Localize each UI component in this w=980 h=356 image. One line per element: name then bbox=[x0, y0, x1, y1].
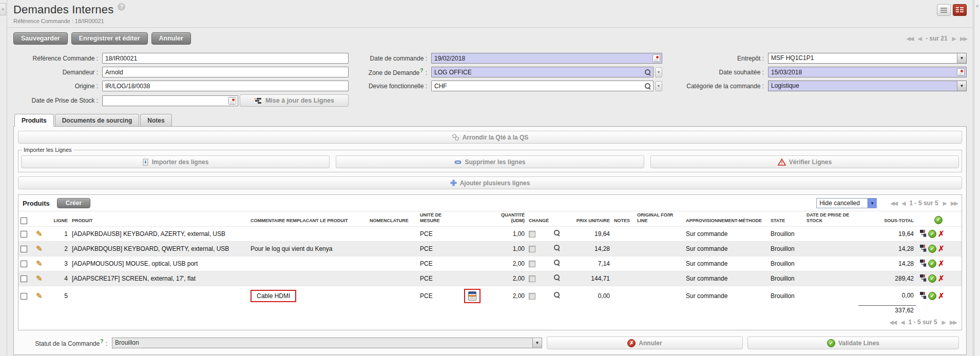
reference-field[interactable]: 18/IR00021 bbox=[102, 53, 349, 64]
split-line-icon[interactable] bbox=[919, 244, 927, 253]
search-icon[interactable] bbox=[553, 259, 561, 266]
split-line-icon[interactable] bbox=[919, 259, 927, 268]
split-line-icon[interactable] bbox=[919, 229, 927, 239]
product-cell[interactable]: [ADAPKBDQUSB] KEYBOARD, QWERTY, external… bbox=[70, 241, 248, 256]
save-button[interactable]: Sauvegarder bbox=[13, 32, 68, 45]
help-icon[interactable]: ? bbox=[118, 3, 125, 11]
search-icon[interactable] bbox=[644, 83, 651, 90]
order-date-field[interactable]: 19/02/2018 bbox=[431, 53, 662, 64]
check-lines-button[interactable]: Vérifier Lignes bbox=[650, 155, 959, 168]
right-panel-expander-icon[interactable]: « bbox=[974, 3, 980, 9]
search-icon[interactable] bbox=[553, 274, 561, 281]
unit-price-cell[interactable]: 7,14 bbox=[571, 256, 612, 271]
row-checkbox[interactable] bbox=[21, 275, 27, 282]
uom-cell[interactable]: PCE bbox=[418, 241, 462, 256]
add-multiple-lines-button[interactable]: Ajouter plusieurs lignes bbox=[18, 176, 962, 189]
uom-cell[interactable]: PCE bbox=[418, 256, 462, 271]
cancel-button[interactable]: Annuler bbox=[151, 32, 191, 45]
product-cell[interactable]: [ADAPKBDAUSB] KEYBOARD, AZERTY, external… bbox=[70, 226, 248, 241]
chevron-down-icon[interactable]: ▼ bbox=[655, 67, 662, 77]
uom-cell[interactable]: PCE bbox=[418, 271, 462, 286]
help-icon[interactable]: ? bbox=[100, 339, 103, 344]
delete-lines-button[interactable]: Supprimer les lignes bbox=[336, 155, 644, 168]
unit-price-cell[interactable]: 0,00 bbox=[571, 286, 612, 306]
create-button[interactable]: Créer bbox=[57, 198, 90, 208]
form-view-button[interactable] bbox=[953, 4, 967, 16]
edit-pencil-icon[interactable]: ✎ bbox=[36, 244, 43, 253]
delete-line-icon[interactable]: ✗ bbox=[938, 291, 945, 300]
tab-notes[interactable]: Notes bbox=[140, 114, 171, 126]
search-icon[interactable] bbox=[553, 291, 561, 299]
calendar-icon[interactable] bbox=[652, 54, 660, 62]
quantity-cell[interactable]: 2,00 bbox=[486, 256, 527, 271]
confirm-line-icon[interactable]: ✓ bbox=[928, 274, 936, 283]
select-all-checkbox[interactable] bbox=[21, 217, 27, 224]
round-qty-button[interactable]: Arrondir la Qté à la QS bbox=[18, 131, 962, 144]
quantity-cell[interactable]: 1,00 bbox=[486, 226, 527, 241]
product-cell[interactable]: [ADAPMOUSOUS] MOUSE, optical, USB port bbox=[70, 256, 248, 271]
calendar-icon[interactable] bbox=[957, 68, 965, 76]
pager-next-icon[interactable]: ▶ bbox=[942, 319, 945, 326]
requested-date-field[interactable]: 15/03/2018 bbox=[768, 67, 967, 77]
edit-pencil-icon[interactable]: ✎ bbox=[36, 274, 43, 283]
quantity-cell[interactable]: 2,00 bbox=[486, 271, 527, 286]
row-checkbox[interactable] bbox=[21, 246, 27, 252]
edit-pencil-icon[interactable]: ✎ bbox=[36, 259, 43, 268]
edit-pencil-icon[interactable]: ✎ bbox=[36, 229, 43, 238]
tab-produits[interactable]: Produits bbox=[14, 114, 54, 127]
warehouse-select[interactable]: MSF HQ1C1P1▼ bbox=[768, 53, 967, 64]
sidebar-expander-icon[interactable]: » bbox=[0, 3, 6, 15]
edit-pencil-icon[interactable]: ✎ bbox=[36, 291, 43, 300]
uom-cell[interactable]: PCE bbox=[418, 286, 462, 306]
order-category-select[interactable]: Logistique▼ bbox=[768, 81, 967, 91]
search-icon[interactable] bbox=[553, 229, 561, 236]
unit-price-cell[interactable]: 19,64 bbox=[571, 226, 612, 241]
origin-field[interactable]: IR/LOG/18/0038 bbox=[102, 81, 349, 91]
unit-price-cell[interactable]: 144,71 bbox=[571, 271, 612, 286]
quantity-cell[interactable]: 2,00 bbox=[486, 286, 527, 306]
uom-cell[interactable]: PCE bbox=[418, 226, 462, 241]
confirm-line-icon[interactable]: ✓ bbox=[928, 260, 936, 268]
confirm-line-icon[interactable]: ✓ bbox=[928, 230, 936, 238]
product-cell[interactable] bbox=[70, 286, 248, 306]
update-lines-button[interactable]: Mise à jour des Lignes bbox=[240, 94, 349, 107]
pager-last-icon[interactable]: ▶▶ bbox=[951, 200, 957, 207]
confirm-line-icon[interactable]: ✓ bbox=[928, 292, 936, 300]
pager-next-icon[interactable]: ▶ bbox=[943, 200, 946, 207]
import-lines-button[interactable]: Importer des lignes bbox=[21, 155, 330, 168]
pager-prev-icon[interactable]: ◀ bbox=[901, 200, 905, 207]
comment-cell[interactable]: Cable HDMI bbox=[248, 286, 368, 306]
split-line-icon[interactable] bbox=[919, 291, 927, 301]
row-checkbox[interactable] bbox=[21, 231, 27, 238]
product-cell[interactable]: [ADAPSCRE17F] SCREEN, external, 17', fla… bbox=[70, 271, 248, 286]
unit-price-cell[interactable]: 14,28 bbox=[571, 241, 612, 256]
calculator-icon[interactable] bbox=[468, 291, 476, 301]
request-zone-field[interactable]: LOG OFFICE bbox=[431, 67, 654, 77]
quantity-cell[interactable]: 1,00 bbox=[486, 241, 527, 256]
comment-cell[interactable] bbox=[248, 271, 368, 286]
filter-select[interactable]: Hide cancelled ▼ bbox=[816, 198, 877, 208]
delete-line-icon[interactable]: ✗ bbox=[938, 229, 945, 238]
currency-field[interactable]: CHF bbox=[431, 81, 654, 91]
chevron-down-icon[interactable]: ▼ bbox=[655, 81, 662, 91]
search-icon[interactable] bbox=[553, 244, 561, 251]
calendar-icon[interactable] bbox=[228, 97, 236, 105]
pager-first-icon[interactable]: ◀◀ bbox=[889, 319, 896, 326]
confirm-line-icon[interactable]: ✓ bbox=[928, 245, 936, 253]
pager-prev-icon[interactable]: ◀ bbox=[917, 35, 920, 42]
chevron-down-icon[interactable]: ▼ bbox=[957, 81, 966, 91]
validate-lines-button[interactable]: ✓ Validate Lines bbox=[747, 337, 959, 349]
chevron-down-icon[interactable]: ▼ bbox=[957, 53, 966, 63]
pager-last-icon[interactable]: ▶▶ bbox=[950, 319, 956, 326]
delete-line-icon[interactable]: ✗ bbox=[938, 259, 945, 268]
comment-cell[interactable]: Pour le log qui vient du Kenya bbox=[248, 241, 368, 256]
save-edit-button[interactable]: Enregistrer et éditer bbox=[71, 32, 148, 45]
pager-prev-icon[interactable]: ◀ bbox=[900, 319, 904, 326]
pager-next-icon[interactable]: ▶ bbox=[952, 35, 955, 42]
row-checkbox[interactable] bbox=[21, 261, 27, 267]
split-line-icon[interactable] bbox=[919, 274, 927, 283]
delete-line-icon[interactable]: ✗ bbox=[938, 244, 945, 253]
search-icon[interactable] bbox=[644, 69, 651, 76]
cancel-order-button[interactable]: ✗ Annuler bbox=[547, 337, 743, 349]
requestor-field[interactable]: Arnold bbox=[102, 67, 349, 77]
